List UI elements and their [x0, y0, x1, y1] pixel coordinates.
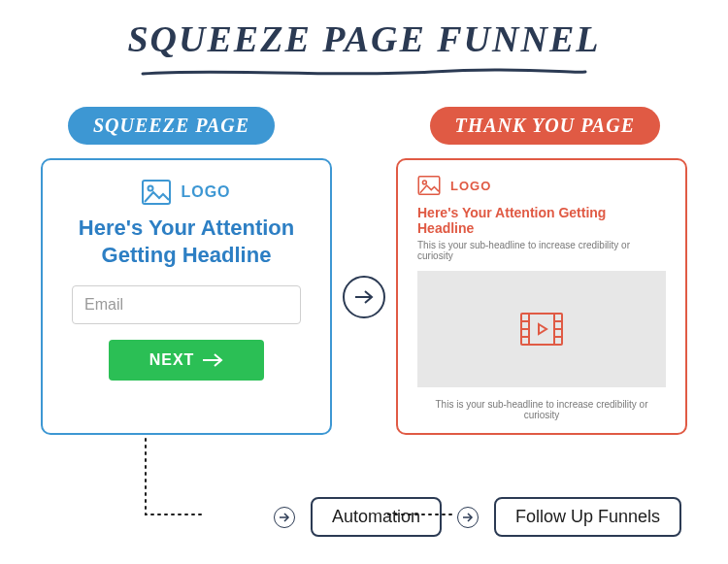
squeeze-headline: Here's Your Attention Getting Headline — [43, 205, 330, 268]
image-icon — [417, 176, 441, 195]
thankyou-page-pill: THANK YOU PAGE — [430, 107, 661, 145]
arrow-right-icon — [462, 513, 474, 522]
next-button[interactable]: NEXT — [109, 340, 264, 381]
arrow-right-icon — [202, 353, 223, 367]
squeeze-page-pill: SQUEEZE PAGE — [68, 107, 275, 145]
flow-arrow-small — [457, 507, 479, 528]
squeeze-page-panel: LOGO Here's Your Attention Getting Headl… — [41, 158, 332, 435]
arrow-right-icon — [353, 289, 375, 305]
svg-point-1 — [149, 186, 153, 191]
logo-row: LOGO — [417, 176, 685, 195]
video-icon — [520, 313, 563, 346]
flow-arrow-small — [274, 507, 295, 528]
page-title: SQUEEZE PAGE FUNNEL — [0, 17, 728, 60]
thankyou-subheadline-top: This is your sub-headline to increase cr… — [398, 236, 685, 261]
logo-text: LOGO — [181, 183, 230, 201]
flow-arrow-circle — [343, 276, 385, 318]
email-placeholder: Email — [84, 296, 123, 314]
logo-text: LOGO — [450, 179, 491, 193]
email-field[interactable]: Email — [72, 285, 301, 324]
logo-row: LOGO — [43, 180, 330, 205]
next-button-label: NEXT — [149, 351, 195, 369]
automation-chip: Automation — [311, 497, 442, 537]
title-underline — [141, 66, 587, 80]
thankyou-page-panel: LOGO Here's Your Attention Getting Headl… — [396, 158, 687, 435]
thankyou-subheadline-bottom: This is your sub-headline to increase cr… — [398, 387, 685, 420]
followup-chip: Follow Up Funnels — [494, 497, 681, 537]
arrow-right-icon — [279, 513, 290, 522]
svg-marker-15 — [539, 324, 546, 334]
image-icon — [142, 180, 171, 205]
svg-point-5 — [422, 181, 426, 184]
video-placeholder — [417, 271, 666, 387]
thankyou-headline: Here's Your Attention Getting Headline — [398, 195, 685, 236]
